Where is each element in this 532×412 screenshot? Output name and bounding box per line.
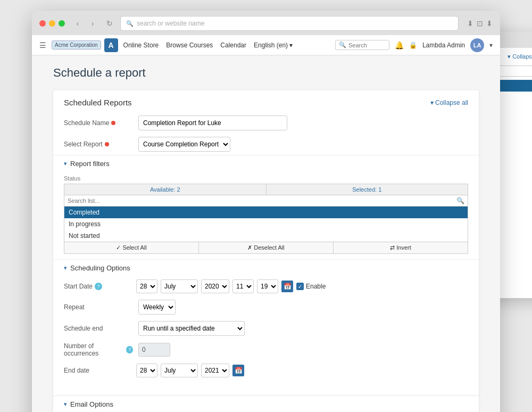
occurrences-help-icon[interactable]: ?	[126, 346, 133, 353]
repeat-label: Repeat	[64, 303, 133, 311]
status-list: Completed In progress Not started	[64, 207, 468, 242]
hamburger-icon[interactable]: ☰	[39, 41, 46, 50]
scheduled-reports-title: Scheduled Reports	[64, 98, 132, 107]
traffic-lights	[39, 20, 65, 27]
start-day-select[interactable]: 28	[136, 279, 157, 293]
selected-header: Selected: 1	[266, 184, 469, 195]
nav-calendar[interactable]: Calendar	[220, 42, 246, 49]
back-button[interactable]: ‹	[71, 17, 84, 30]
end-year-select[interactable]: 2021	[201, 364, 229, 377]
end-day-select[interactable]: 28	[136, 364, 157, 377]
end-date-row: End date 28 July 2021 📅	[53, 360, 479, 381]
deselect-all-button[interactable]: ✗ Deselect All	[199, 242, 334, 253]
schedule-end-label: Schedule end	[64, 325, 133, 332]
status-search-input[interactable]	[68, 197, 454, 204]
enable-check[interactable]: ✓ Enable	[296, 283, 326, 290]
start-date-label: Start Date ?	[64, 283, 133, 290]
bell-icon[interactable]: 🔔	[395, 41, 404, 50]
brand-logo: Acme Corporation A	[52, 38, 118, 52]
status-search[interactable]: 🔍	[64, 195, 468, 207]
schedule-end-row: Schedule end Run until a specified date	[53, 318, 479, 339]
select-report-label: Select Report	[64, 141, 133, 148]
download-icon[interactable]: ⬇	[467, 19, 473, 28]
list-actions: ✓ Select All ✗ Deselect All ⇄ Invert	[64, 242, 468, 254]
occurrences-label: Number of occurrences ?	[64, 342, 133, 357]
close-button[interactable]	[39, 20, 46, 27]
search-icon: 🔍	[456, 197, 464, 204]
form-card: Scheduled Reports ▾ Collapse all Schedul…	[53, 90, 479, 397]
start-minute-select[interactable]: 19	[257, 279, 278, 293]
collapse-all-button[interactable]: ▾ Collapse all	[430, 99, 468, 106]
scheduled-reports-header: Scheduled Reports ▾ Collapse all	[53, 90, 479, 112]
user-name: Lambda Admin	[422, 42, 465, 49]
maximize-button[interactable]	[59, 20, 65, 27]
browser-titlebar: ‹ › ↻ 🔍 search or website name ⬇ ⊡ ⬇	[32, 11, 500, 35]
more-icon[interactable]: ⬇	[486, 19, 493, 28]
repeat-row: Repeat Weekly	[53, 296, 479, 318]
select-report-row: Select Report Course Completion Report	[53, 134, 479, 155]
select-all-button[interactable]: ✓ Select All	[64, 242, 199, 253]
report-filters-toggle[interactable]: ▾	[64, 160, 67, 167]
scheduling-toggle[interactable]: ▾	[64, 265, 67, 271]
email-options-title: Email Options	[70, 400, 113, 408]
email-options-card: ▾ Email Options Recipients ? Subject	[53, 395, 479, 412]
list-item[interactable]: In progress	[64, 218, 468, 230]
start-hour-select[interactable]: 11	[232, 279, 254, 293]
page-title: Schedule a report	[53, 66, 479, 80]
schedule-end-select[interactable]: Run until a specified date	[138, 321, 245, 336]
scheduling-section: Start Date ? 28 July 2020	[53, 276, 479, 386]
email-options-header: ▾ Email Options	[53, 395, 479, 412]
schedule-name-input[interactable]	[138, 116, 287, 130]
dual-list-header: Available: 2 Selected: 1	[64, 184, 468, 195]
nav-right: 🔍 🔔 🔒 Lambda Admin LA ▾	[335, 38, 493, 52]
start-date-calendar-icon[interactable]: 📅	[281, 281, 293, 292]
report-filters-title: Report filters	[70, 160, 110, 168]
email-options-toggle[interactable]: ▾	[64, 401, 67, 408]
scheduling-options-header: ▾ Scheduling Options	[53, 259, 479, 276]
forward-button[interactable]: ›	[86, 17, 99, 30]
nav-browse-courses[interactable]: Browse Courses	[166, 42, 213, 49]
minimize-button[interactable]	[49, 20, 55, 27]
schedule-name-required	[111, 121, 115, 125]
repeat-select[interactable]: Weekly	[138, 300, 176, 315]
report-filters-header: ▾ Report filters	[53, 155, 479, 172]
status-section: Status Available: 2 Selected: 1 🔍 Comple…	[53, 172, 479, 259]
address-bar[interactable]: 🔍 search or website name	[120, 16, 459, 31]
nav-links: Online Store Browse Courses Calendar Eng…	[123, 42, 330, 49]
invert-button[interactable]: ⇄ Invert	[334, 242, 468, 253]
select-report-dropdown[interactable]: Course Completion Report	[138, 137, 230, 152]
user-dropdown-icon[interactable]: ▾	[489, 42, 493, 49]
occurrences-row: Number of occurrences ?	[53, 339, 479, 360]
schedule-name-row: Schedule Name	[53, 112, 479, 134]
list-item[interactable]: Completed	[64, 207, 468, 218]
start-month-select[interactable]: July	[161, 279, 198, 293]
schedule-name-label: Schedule Name	[64, 119, 133, 127]
end-date-calendar-icon[interactable]: 📅	[232, 365, 244, 376]
search-input[interactable]	[348, 42, 386, 48]
brand-icon[interactable]: A	[104, 38, 118, 52]
address-placeholder: search or website name	[137, 20, 204, 27]
nav-online-store[interactable]: Online Store	[123, 42, 159, 49]
end-month-select[interactable]: July	[161, 364, 198, 377]
scheduling-options-title: Scheduling Options	[70, 264, 130, 272]
start-year-select[interactable]: 2020	[201, 279, 229, 293]
nav-search[interactable]: 🔍	[335, 40, 389, 50]
app-nav: ☰ Acme Corporation A Online Store Browse…	[32, 35, 500, 55]
browser-window: ‹ › ↻ 🔍 search or website name ⬇ ⊡ ⬇ ☰ A…	[32, 11, 500, 412]
select-report-required	[105, 142, 109, 146]
nav-arrows: ‹ ›	[71, 17, 99, 30]
enable-label: Enable	[306, 283, 326, 290]
share-icon[interactable]: ⊡	[477, 19, 483, 28]
lock-icon[interactable]: 🔒	[409, 42, 417, 49]
status-label: Status	[64, 175, 468, 182]
bg-collapse-link[interactable]: ▾ Collapse all	[508, 53, 532, 60]
brand-name: Acme Corporation	[52, 40, 101, 50]
browser-actions: ⬇ ⊡ ⬇	[467, 19, 493, 28]
occurrences-input[interactable]	[138, 343, 170, 357]
start-date-row: Start Date ? 28 July 2020	[53, 276, 479, 296]
reload-button[interactable]: ↻	[103, 17, 116, 30]
nav-language[interactable]: English (en) ▾	[254, 42, 293, 49]
enable-checkbox[interactable]: ✓	[296, 283, 304, 290]
list-item[interactable]: Not started	[64, 230, 468, 242]
start-date-help-icon[interactable]: ?	[95, 283, 102, 290]
